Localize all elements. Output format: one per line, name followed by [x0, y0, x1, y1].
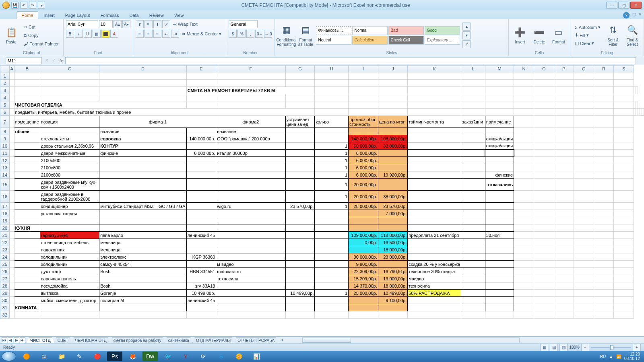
align-right-button[interactable]: ≡	[153, 30, 161, 38]
cell[interactable]	[315, 128, 349, 135]
cell[interactable]: Bosh	[99, 268, 186, 275]
dec-decimal-button[interactable]: ←.0	[264, 30, 272, 38]
sheet-tab[interactable]: СВЕТ	[54, 337, 72, 343]
cell[interactable]	[461, 261, 485, 268]
fill-color-button[interactable]: ⬛	[101, 30, 109, 38]
cell[interactable]	[534, 142, 554, 150]
cell[interactable]	[408, 224, 461, 232]
sheet-tab[interactable]: ОТД МАТЕРИАЛЫ	[192, 337, 234, 343]
col-header-J[interactable]: J	[378, 66, 408, 72]
col-header-F[interactable]: F	[216, 66, 285, 72]
cell[interactable]	[186, 275, 216, 282]
cell[interactable]	[285, 304, 315, 311]
cell[interactable]	[378, 94, 408, 101]
cell[interactable]	[594, 94, 614, 101]
cell[interactable]	[534, 171, 554, 179]
cell[interactable]: варочная панель	[40, 275, 99, 282]
cell[interactable]	[461, 203, 485, 210]
row-header[interactable]: 8	[0, 128, 10, 135]
cell[interactable]	[285, 210, 315, 217]
cell[interactable]	[614, 87, 634, 94]
cell[interactable]: финские	[99, 150, 186, 157]
cell[interactable]	[594, 311, 614, 319]
cell[interactable]	[315, 224, 349, 232]
cell[interactable]	[594, 203, 614, 210]
taskbar-app-3[interactable]: 📁	[54, 352, 69, 361]
style-normal[interactable]: Normal	[352, 26, 388, 35]
cell[interactable]	[216, 142, 285, 150]
cell[interactable]	[461, 87, 485, 94]
cell[interactable]	[40, 217, 99, 224]
cell[interactable]	[636, 101, 638, 109]
cell[interactable]	[554, 157, 574, 164]
cell[interactable]	[216, 239, 285, 246]
cell[interactable]	[9, 101, 14, 109]
cell[interactable]	[216, 290, 285, 297]
cell[interactable]	[315, 253, 349, 261]
cell[interactable]	[349, 311, 378, 319]
cell[interactable]	[485, 275, 514, 282]
cell[interactable]	[461, 210, 485, 217]
row-header[interactable]: 17	[0, 203, 10, 210]
cell[interactable]	[534, 157, 554, 164]
cell[interactable]	[378, 157, 408, 164]
cell[interactable]	[614, 311, 634, 319]
cell[interactable]	[14, 191, 40, 203]
mdi-close[interactable]: ✕	[638, 12, 642, 16]
cell[interactable]	[216, 304, 285, 311]
align-left-button[interactable]: ≡	[136, 30, 144, 38]
cell[interactable]	[99, 179, 186, 191]
cell[interactable]	[378, 261, 408, 268]
cell[interactable]	[408, 246, 461, 253]
col-header-D[interactable]: D	[99, 66, 186, 72]
view-layout-button[interactable]: ▤	[550, 343, 558, 352]
cell[interactable]: 33 000,00р.	[378, 142, 408, 150]
format-as-table-button[interactable]: ▤Format as Table	[297, 22, 314, 49]
cell[interactable]	[594, 109, 614, 116]
row-header[interactable]: 25	[0, 261, 10, 268]
number-format-select[interactable]	[229, 20, 258, 28]
cell[interactable]	[285, 253, 315, 261]
cell[interactable]	[574, 239, 594, 246]
cell[interactable]	[349, 72, 378, 80]
cell[interactable]: 18 000,00р.	[378, 246, 408, 253]
cell[interactable]	[99, 171, 186, 179]
tab-formulas[interactable]: Formulas	[95, 11, 124, 19]
cell[interactable]	[574, 87, 594, 94]
find-select-button[interactable]: 🔍Find & Select	[623, 22, 641, 49]
cell[interactable]: предоплата 21 сентября	[408, 232, 461, 239]
cell[interactable]	[461, 157, 485, 164]
col-header-A[interactable]: A	[9, 66, 14, 72]
indent-inc-button[interactable]: ⇥	[171, 30, 179, 38]
cell[interactable]	[614, 275, 634, 282]
cell[interactable]	[594, 150, 614, 157]
cell[interactable]: Bosh	[99, 282, 186, 290]
cell[interactable]	[594, 304, 614, 311]
cell[interactable]: 1	[315, 164, 349, 171]
cell[interactable]	[40, 128, 99, 135]
cell[interactable]	[485, 253, 514, 261]
cell[interactable]: холодильник	[40, 261, 99, 268]
cell[interactable]: мойка, смеситель, дозатор	[40, 297, 99, 304]
cell[interactable]	[554, 142, 574, 150]
cell[interactable]: отказались	[485, 179, 514, 191]
cell[interactable]	[315, 109, 349, 116]
cell[interactable]: название	[216, 128, 285, 135]
cell[interactable]	[574, 232, 594, 239]
cell[interactable]	[99, 80, 186, 87]
tray-flag-icon[interactable]: ▲	[609, 354, 613, 359]
start-button[interactable]	[2, 352, 16, 361]
cell[interactable]: 118 000,00р.	[378, 232, 408, 239]
cell[interactable]: столешница на мебель	[40, 239, 99, 246]
cell[interactable]	[574, 101, 594, 109]
cell[interactable]	[9, 72, 14, 80]
tab-review[interactable]: Review	[144, 11, 169, 19]
cell[interactable]	[574, 261, 594, 268]
cell[interactable]	[99, 94, 186, 101]
cell[interactable]	[186, 311, 216, 319]
cell[interactable]	[461, 246, 485, 253]
cell[interactable]	[594, 261, 614, 268]
cell[interactable]	[40, 94, 99, 101]
cell[interactable]: 2100x800	[40, 171, 99, 179]
cell[interactable]	[514, 135, 534, 142]
